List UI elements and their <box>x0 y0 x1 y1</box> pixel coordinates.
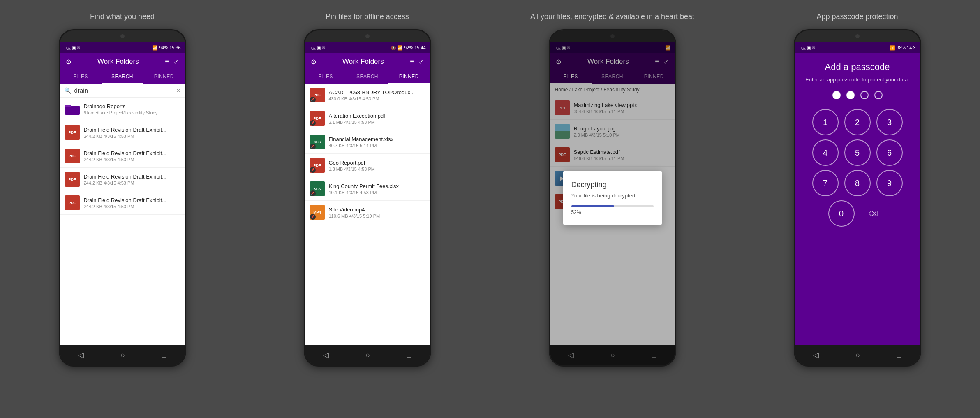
list-item[interactable]: MP4 📌 Site Video.mp4 110.6 MB 4/3/15 5:1… <box>305 201 430 224</box>
svg-rect-1 <box>65 107 71 110</box>
list-item[interactable]: PDF Drain Field Revision Draft Exhibit..… <box>60 121 185 144</box>
list-item[interactable]: PDF Drain Field Revision Draft Exhibit..… <box>60 144 185 168</box>
pin-badge-1: 📌 <box>310 97 316 102</box>
pdf-pin-icon-1: PDF 📌 <box>310 88 325 102</box>
pin-badge-4: 📌 <box>310 167 316 173</box>
app-header-2: ⚙ Work Folders ≡ ✓ <box>305 53 430 70</box>
recent-btn-1[interactable]: □ <box>162 351 166 360</box>
panel-search: Find what you need □ △ ▣ ✉ 📶 94% 15:36 ⚙… <box>0 0 245 418</box>
list-item[interactable]: PDF 📌 ACAD-12068-BNDRY-TOPOreduc... 430.… <box>305 84 430 107</box>
app-header-1: ⚙ Work Folders ≡ ✓ <box>60 53 185 70</box>
file-info-4: Drain Field Revision Draft Exhibit... 24… <box>84 197 180 209</box>
home-btn-4[interactable]: ○ <box>856 351 860 360</box>
panel-pinned: Pin files for offline access □ △ ▣ ✉ 🔇 📶… <box>245 0 490 418</box>
back-btn-2[interactable]: ◁ <box>323 351 329 360</box>
gear-icon-2[interactable]: ⚙ <box>311 58 317 66</box>
file-sub-2: 244.2 KB 4/3/15 4:53 PM <box>84 157 180 162</box>
filter-icon-1[interactable]: ≡ <box>165 58 169 66</box>
search-input-1[interactable]: drain <box>74 87 176 94</box>
svg-rect-2 <box>65 105 71 107</box>
battery-4: 98% <box>897 45 906 50</box>
tab-files-2[interactable]: FILES <box>305 70 347 84</box>
progress-bar-bg <box>571 205 654 207</box>
key-1[interactable]: 1 <box>812 109 839 135</box>
recent-btn-4[interactable]: □ <box>897 351 901 360</box>
status-bar-2: □ △ ▣ ✉ 🔇 📶 92% 15:44 <box>305 42 430 53</box>
file-sub-4: 244.2 KB 4/3/15 4:53 PM <box>84 204 180 209</box>
battery-1: 94% <box>159 45 168 50</box>
content-2: PDF 📌 ACAD-12068-BNDRY-TOPOreduc... 430.… <box>305 84 430 345</box>
key-2[interactable]: 2 <box>844 109 871 135</box>
status-right-4: 📶 98% 14:3 <box>890 45 915 51</box>
list-item[interactable]: PDF Drain Field Revision Draft Exhibit..… <box>60 191 185 215</box>
key-4[interactable]: 4 <box>812 139 839 166</box>
file-name-folder: Drainage Reports <box>84 103 180 109</box>
list-item[interactable]: XLS 📌 Financial Management.xlsx 40.7 KB … <box>305 130 430 154</box>
passcode-dot-4 <box>874 91 883 99</box>
status-left-2: □ △ ▣ ✉ <box>309 46 325 50</box>
file-name-p3: Financial Management.xlsx <box>329 136 425 142</box>
file-info-p6: Site Video.mp4 110.6 MB 4/3/15 5:19 PM <box>329 207 425 218</box>
list-item[interactable]: Drainage Reports /Home/Lake Project/Feas… <box>60 98 185 121</box>
file-name-4: Drain Field Revision Draft Exhibit... <box>84 197 180 203</box>
file-sub-p1: 430.0 KB 4/3/15 4:53 PM <box>329 96 425 101</box>
file-name-p5: King County Permit Fees.xlsx <box>329 183 425 189</box>
check-icon-2[interactable]: ✓ <box>418 58 424 66</box>
back-btn-4[interactable]: ◁ <box>813 351 819 360</box>
filter-icon-2[interactable]: ≡ <box>410 58 414 66</box>
key-9[interactable]: 9 <box>876 170 903 196</box>
bottom-nav-1: ◁ ○ □ <box>60 345 185 365</box>
key-0[interactable]: 0 <box>828 200 855 227</box>
battery-2: 92% <box>404 45 413 50</box>
key-3[interactable]: 3 <box>876 109 903 135</box>
keypad-row-4: 0 ⌫ <box>802 200 913 227</box>
status-left-1: □ △ ▣ ✉ <box>64 46 80 50</box>
modal-title: Decrypting <box>571 181 654 189</box>
app-title-2: Work Folders <box>342 58 384 66</box>
home-btn-2[interactable]: ○ <box>366 351 370 360</box>
file-sub-folder: /Home/Lake Project/Feasibility Study <box>84 110 180 115</box>
tabs-1: FILES SEARCH PINNED <box>60 70 185 84</box>
search-clear-1[interactable]: ✕ <box>176 87 181 94</box>
check-icon-1[interactable]: ✓ <box>173 58 179 66</box>
file-info-p3: Financial Management.xlsx 40.7 KB 4/3/15… <box>329 136 425 148</box>
phone-1-top-bar <box>60 30 185 42</box>
file-info-p2: Alteration Exception.pdf 2.1 MB 4/3/15 4… <box>329 113 425 125</box>
panel-pinned-title: Pin files for offline access <box>326 12 409 21</box>
tab-pinned-2[interactable]: PINNED <box>388 70 430 84</box>
phone-3: □ △ ▣ ✉ 📶 ⚙ Work Folders ≡ ✓ FILES SEARC… <box>549 29 676 367</box>
recent-btn-2[interactable]: □ <box>407 351 411 360</box>
phone-2: □ △ ▣ ✉ 🔇 📶 92% 15:44 ⚙ Work Folders ≡ ✓… <box>304 29 431 367</box>
key-6[interactable]: 6 <box>876 139 903 166</box>
gear-icon-1[interactable]: ⚙ <box>66 58 72 66</box>
file-sub-p4: 1.3 MB 4/3/15 4:53 PM <box>329 167 425 172</box>
pin-badge-6: 📌 <box>310 214 316 220</box>
tab-search-1[interactable]: SEARCH <box>102 70 143 84</box>
pdf-pin-icon-3: PDF 📌 <box>310 158 325 173</box>
key-7[interactable]: 7 <box>812 170 839 196</box>
key-delete[interactable]: ⌫ <box>860 200 887 227</box>
tab-search-2[interactable]: SEARCH <box>347 70 388 84</box>
keypad-row-3: 7 8 9 <box>802 170 913 196</box>
back-btn-1[interactable]: ◁ <box>78 351 84 360</box>
wifi-icon-1: 📶 <box>152 45 158 51</box>
key-8[interactable]: 8 <box>844 170 871 196</box>
pin-badge-5: 📌 <box>310 190 316 196</box>
tab-pinned-1[interactable]: PINNED <box>143 70 185 84</box>
list-item[interactable]: PDF Drain Field Revision Draft Exhibit..… <box>60 168 185 191</box>
panel-decrypting: All your files, encrypted & available in… <box>490 0 735 418</box>
key-5[interactable]: 5 <box>844 139 871 166</box>
phone-1: □ △ ▣ ✉ 📶 94% 15:36 ⚙ Work Folders ≡ ✓ F… <box>59 29 186 367</box>
tab-files-1[interactable]: FILES <box>60 70 102 84</box>
camera-dot-4 <box>855 34 860 38</box>
xlsx-pin-icon-1: XLS 📌 <box>310 135 325 149</box>
list-item[interactable]: XLS 📌 King County Permit Fees.xlsx 10.1 … <box>305 177 430 201</box>
status-bar-1: □ △ ▣ ✉ 📶 94% 15:36 <box>60 42 185 53</box>
pdf-icon-3: PDF <box>65 172 80 187</box>
file-sub-p5: 10.1 KB 4/3/15 4:53 PM <box>329 190 425 195</box>
progress-pct: 52% <box>571 209 654 215</box>
home-btn-1[interactable]: ○ <box>121 351 125 360</box>
keypad-row-1: 1 2 3 <box>802 109 913 135</box>
list-item[interactable]: PDF 📌 Geo Report.pdf 1.3 MB 4/3/15 4:53 … <box>305 154 430 177</box>
list-item[interactable]: PDF 📌 Alteration Exception.pdf 2.1 MB 4/… <box>305 107 430 130</box>
